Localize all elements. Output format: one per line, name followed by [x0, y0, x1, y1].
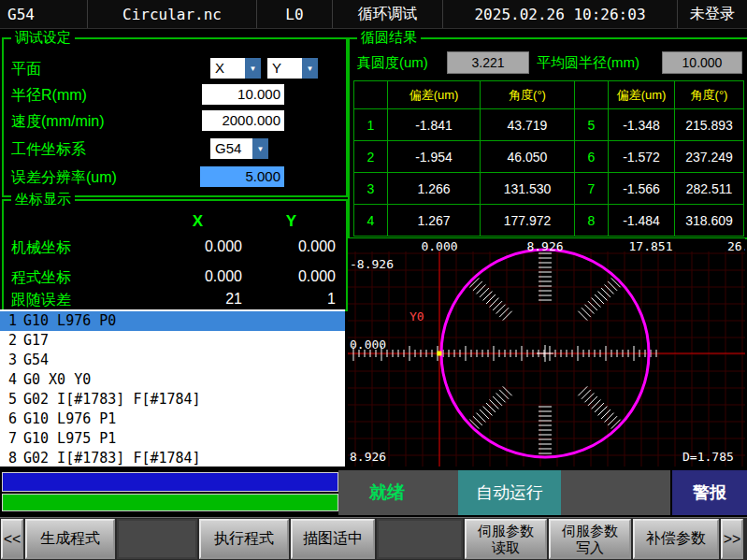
axis-x-header: X [153, 212, 242, 231]
trace-fit-button[interactable]: 描图适中 [291, 519, 375, 559]
button-label-line2: 读取 [492, 539, 520, 555]
wcs-label: 工件坐标系 [11, 140, 86, 160]
program-line[interactable]: 2 G17 [0, 331, 345, 351]
program-line[interactable]: 4 G0 X0 Y0 [0, 370, 345, 390]
machine-x-value: 0.000 [153, 238, 242, 255]
page-next-button[interactable]: >> [721, 519, 743, 559]
coordinate-display-panel: 坐标显示 X Y 机械坐标 0.000 0.000 程式坐标 0.000 0.0… [2, 199, 348, 311]
program-line[interactable]: 7 G10 L975 P1 [0, 429, 345, 449]
program-x-value: 0.000 [153, 268, 242, 285]
line-number: 8 [3, 449, 17, 467]
generate-program-button[interactable]: 生成程式 [25, 519, 115, 559]
button-label-line1: 伺服参数 [478, 523, 534, 538]
login-status: 未登录 [678, 0, 747, 28]
program-listing[interactable]: 1 G10 L976 P0 2 G17 3 G54 4 G0 X0 Y0 5 G… [0, 309, 345, 467]
line-code: G17 [23, 331, 49, 351]
empty-softkey-slot [117, 519, 197, 559]
line-number: 4 [3, 370, 17, 390]
program-line[interactable]: 5 G02 I[#1783] F[#1784] [0, 390, 345, 409]
datetime: 2025.02.26 10:26:03 [443, 0, 678, 28]
resolution-input[interactable]: 5.000 [200, 166, 284, 187]
deviation-table: 偏差(um) 角度(°) 偏差(um) 角度(°) 1-1.84143.719 … [353, 80, 744, 237]
status-strip: 就绪 自动运行 [338, 470, 670, 515]
resolution-row: 误差分辨率(um) 5.000 [4, 166, 346, 189]
radius-label: 半径R(mm) [11, 86, 87, 106]
roundness-value: 3.221 [447, 51, 529, 74]
plane-y-select[interactable]: Y ▼ [267, 58, 318, 79]
auto-run-indicator: 自动运行 [458, 470, 561, 515]
button-label-line2: 写入 [576, 539, 604, 555]
axis-tick-label: 8.926 [526, 239, 563, 253]
program-line-selected[interactable]: 1 G10 L976 P0 [0, 311, 345, 331]
program-coord-row: 程式坐标 0.000 0.000 [4, 268, 346, 287]
table-row: 31.266131.530 7-1.566282.511 [354, 173, 744, 205]
axis-tick-label: 0.000 [421, 239, 457, 253]
wcs-row: 工件坐标系 G54 ▼ [4, 138, 346, 161]
alarm-indicator[interactable]: 警报 [672, 470, 747, 515]
table-row: 2-1.95446.050 6-1.572237.249 [354, 141, 744, 173]
circle-test-plot: 0.000 8.926 17.851 26.7 -8.926 0.000 8.9… [348, 238, 745, 467]
plot-canvas [348, 238, 745, 467]
row-label: 跟随误差 [11, 291, 71, 310]
wcs-select[interactable]: G54 ▼ [210, 138, 268, 159]
axis-tick-label: 8.926 [350, 450, 386, 464]
dropdown-arrow-icon[interactable]: ▼ [252, 138, 268, 159]
machine-coord-row: 机械坐标 0.000 0.000 [4, 238, 346, 257]
program-line[interactable]: 6 G10 L976 P1 [0, 409, 345, 429]
row-label: 机械坐标 [11, 238, 71, 258]
line-code: G54 [23, 351, 49, 370]
angle-header: 角度(°) [675, 81, 744, 109]
line-indicator: L0 [257, 0, 333, 28]
active-wcs: G54 [0, 0, 88, 28]
dropdown-arrow-icon[interactable]: ▼ [245, 58, 261, 79]
line-number: 2 [3, 331, 17, 351]
axis-y-header: Y [247, 212, 336, 231]
speed-input[interactable]: 2000.000 [202, 110, 284, 131]
plane-x-select[interactable]: X ▼ [210, 58, 261, 79]
panel-title: 坐标显示 [11, 191, 75, 208]
dev-header: 偏差(um) [388, 81, 481, 109]
servo-param-read-button[interactable]: 伺服参数 读取 [465, 519, 547, 559]
axis-tick-label: -8.926 [350, 257, 394, 271]
line-number: 1 [3, 311, 17, 331]
progress-bar-green [2, 494, 338, 511]
plane-x-value: X [210, 58, 245, 79]
table-row: 41.267177.972 8-1.484318.609 [354, 205, 744, 237]
dev-header: 偏差(um) [609, 81, 675, 109]
circle-result-panel: 循圆结果 真圆度(um) 3.221 平均圆半径(mm) 10.000 偏差(u… [348, 37, 747, 239]
plane-row: 平面 X ▼ Y ▼ [4, 58, 346, 80]
radius-row: 半径R(mm) 10.000 [4, 84, 346, 107]
program-line[interactable]: 3 G54 [0, 351, 345, 370]
line-number: 7 [3, 429, 17, 449]
angle-header: 角度(°) [481, 81, 575, 109]
line-number: 5 [3, 390, 17, 409]
program-filename: Circular.nc [88, 0, 257, 28]
debug-settings-panel: 调试设定 平面 X ▼ Y ▼ 半径R(mm) 10.000 速度(mm/min… [2, 37, 348, 197]
program-line[interactable]: 8 G02 I[#1783] F[#1784] [0, 449, 345, 467]
follow-error-y-value: 1 [247, 291, 336, 308]
page-prev-button[interactable]: << [1, 519, 23, 559]
line-code: G02 I[#1783] F[#1784] [23, 449, 201, 467]
row-label: 程式坐标 [11, 268, 71, 288]
execute-program-button[interactable]: 执行程式 [199, 519, 289, 559]
speed-row: 速度(mm/min) 2000.000 [4, 110, 346, 133]
axis-tick-label: 26.7 [727, 239, 745, 253]
line-code: G10 L975 P1 [23, 429, 116, 449]
avg-radius-value: 10.000 [662, 51, 742, 74]
progress-area [2, 472, 337, 511]
radius-input[interactable]: 10.000 [202, 84, 284, 105]
follow-error-x-value: 21 [153, 291, 242, 308]
button-label-line1: 伺服参数 [562, 523, 618, 538]
dropdown-arrow-icon[interactable]: ▼ [302, 58, 318, 79]
compensation-param-button[interactable]: 补偿参数 [633, 519, 719, 559]
table-header-row: 偏差(um) 角度(°) 偏差(um) 角度(°) [354, 81, 744, 109]
program-y-value: 0.000 [247, 268, 336, 285]
avg-radius-label: 平均圆半径(mm) [537, 54, 639, 72]
servo-param-write-button[interactable]: 伺服参数 写入 [549, 519, 631, 559]
axis-tick-label: 0.000 [350, 337, 386, 352]
line-code: G0 X0 Y0 [23, 370, 91, 390]
line-number: 6 [3, 409, 17, 429]
table-row: 1-1.84143.719 5-1.348215.893 [354, 109, 744, 141]
line-code: G02 I[#1783] F[#1784] [23, 390, 201, 409]
panel-title: 调试设定 [11, 29, 75, 46]
